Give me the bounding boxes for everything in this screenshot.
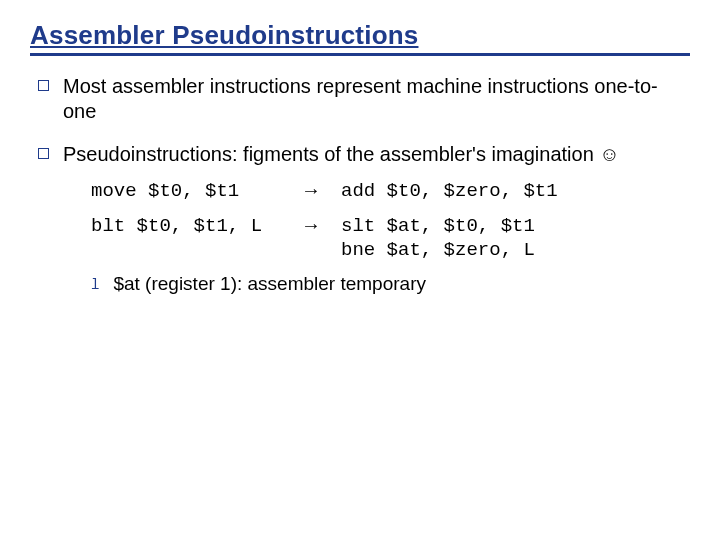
slide: Assembler Pseudoinstructions Most assemb… [0, 0, 720, 540]
bullet-list: Most assembler instructions represent ma… [30, 74, 690, 295]
expanded-instruction: slt $at, $t0, $t1 bne $at, $zero, L [341, 214, 690, 263]
expanded-instruction: add $t0, $zero, $t1 [341, 179, 690, 204]
pseudo-instruction: blt $t0, $t1, L [91, 214, 301, 239]
slide-title: Assembler Pseudoinstructions [30, 20, 690, 56]
bullet-item: Most assembler instructions represent ma… [38, 74, 690, 124]
square-bullet-icon [38, 80, 49, 91]
square-bullet-icon [38, 148, 49, 159]
pseudo-instruction: move $t0, $t1 [91, 179, 301, 204]
bullet-item: Pseudoinstructions: figments of the asse… [38, 142, 690, 295]
code-examples: move $t0, $t1 → add $t0, $zero, $t1 blt … [91, 179, 690, 263]
code-row: move $t0, $t1 → add $t0, $zero, $t1 [91, 179, 690, 204]
sub-bullet-item: l $at (register 1): assembler temporary [91, 273, 690, 295]
code-row: blt $t0, $t1, L → slt $at, $t0, $t1 bne … [91, 214, 690, 263]
sub-bullet-text: $at (register 1): assembler temporary [113, 273, 426, 295]
bullet-text: Pseudoinstructions: figments of the asse… [63, 143, 620, 165]
arrow-icon: → [301, 179, 341, 202]
bullet-text: Most assembler instructions represent ma… [63, 74, 690, 124]
sub-bullet-icon: l [91, 277, 99, 293]
arrow-icon: → [301, 214, 341, 237]
